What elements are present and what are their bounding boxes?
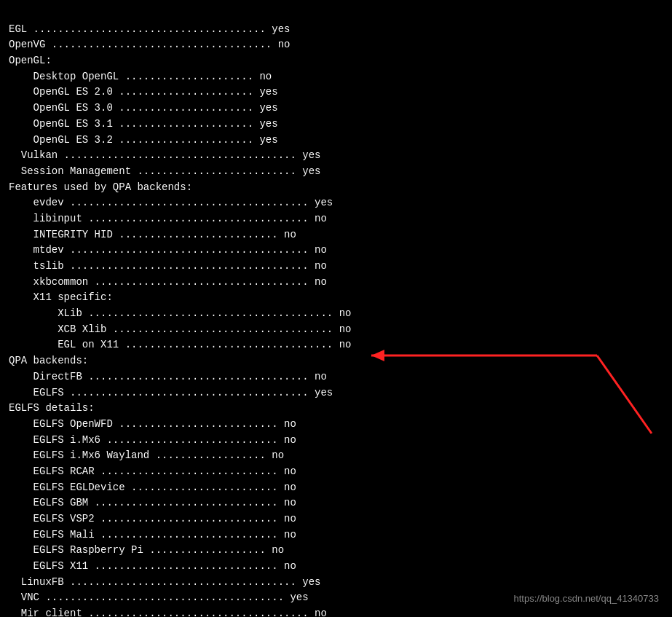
terminal-line: EGLFS GBM ..............................… [9,495,663,511]
terminal-line: QPA backends: [9,353,663,369]
terminal-line: Vulkan .................................… [9,148,663,164]
terminal-line: Desktop OpenGL ..................... no [9,69,663,85]
terminal-output: EGL ....................................… [0,0,672,617]
terminal-line: xkbcommon ..............................… [9,275,663,291]
terminal-line: EGLFS ..................................… [9,385,663,401]
terminal-line: EGLFS OpenWFD ..........................… [9,417,663,433]
terminal-line: OpenGL ES 3.1 ...................... yes [9,117,663,133]
terminal-line: LinuxFB ................................… [9,575,663,591]
terminal-line: EGLFS X11 ..............................… [9,559,663,575]
terminal-line: EGLFS RCAR .............................… [9,464,663,480]
terminal-line: EGLFS Mali .............................… [9,527,663,543]
terminal-line: libinput ...............................… [9,211,663,227]
terminal-line: EGLFS VSP2 .............................… [9,511,663,527]
terminal-line: EGLFS i.Mx6 Wayland .................. n… [9,448,663,464]
terminal-line: EGL on X11 .............................… [9,337,663,353]
terminal-line: X11 specific: [9,290,663,306]
terminal-line: mtdev ..................................… [9,243,663,259]
terminal-line: OpenGL ES 3.0 ...................... yes [9,101,663,117]
terminal-line: OpenGL: [9,53,663,69]
terminal-line: OpenGL ES 2.0 ...................... yes [9,85,663,101]
terminal-line: tslib ..................................… [9,259,663,275]
terminal-line: Features used by QPA backends: [9,180,663,196]
terminal-line: INTEGRITY HID ..........................… [9,227,663,243]
terminal-line: Session Management .....................… [9,164,663,180]
terminal-line: XCB Xlib ...............................… [9,322,663,338]
terminal-line: evdev ..................................… [9,195,663,211]
terminal-line: OpenVG .................................… [9,37,663,53]
terminal-line: EGLFS details: [9,401,663,417]
terminal-line: EGLFS Raspberry Pi ................... n… [9,543,663,559]
terminal-line: EGLFS i.Mx6 ............................… [9,433,663,449]
terminal-line: OpenGL ES 3.2 ...................... yes [9,133,663,149]
terminal-line: Mir client .............................… [9,606,663,617]
terminal-line: EGL ....................................… [9,22,663,38]
terminal-line: EGLFS EGLDevice ........................… [9,480,663,496]
terminal-line: XLib ...................................… [9,306,663,322]
terminal-line: DirectFB ...............................… [9,369,663,385]
watermark-text: https://blog.csdn.net/qq_41340733 [514,593,660,604]
